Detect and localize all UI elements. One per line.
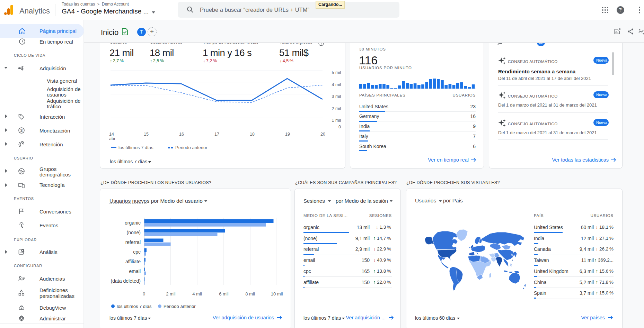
svg-text:$: $ (20, 128, 23, 133)
